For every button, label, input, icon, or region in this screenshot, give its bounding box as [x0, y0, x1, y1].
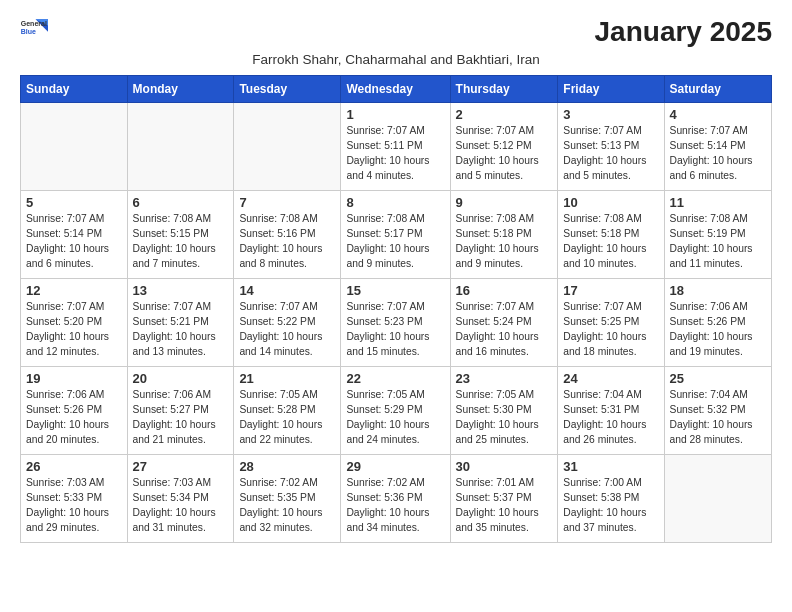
svg-text:Blue: Blue: [21, 28, 36, 35]
day-number: 3: [563, 107, 658, 122]
cell-w2-d5: 10Sunrise: 7:08 AM Sunset: 5:18 PM Dayli…: [558, 191, 664, 279]
cell-w3-d5: 17Sunrise: 7:07 AM Sunset: 5:25 PM Dayli…: [558, 279, 664, 367]
day-number: 23: [456, 371, 553, 386]
day-info: Sunrise: 7:07 AM Sunset: 5:13 PM Dayligh…: [563, 124, 658, 184]
day-info: Sunrise: 7:01 AM Sunset: 5:37 PM Dayligh…: [456, 476, 553, 536]
day-info: Sunrise: 7:08 AM Sunset: 5:15 PM Dayligh…: [133, 212, 229, 272]
day-info: Sunrise: 7:08 AM Sunset: 5:17 PM Dayligh…: [346, 212, 444, 272]
day-number: 7: [239, 195, 335, 210]
cell-w4-d6: 25Sunrise: 7:04 AM Sunset: 5:32 PM Dayli…: [664, 367, 771, 455]
cell-w2-d0: 5Sunrise: 7:07 AM Sunset: 5:14 PM Daylig…: [21, 191, 128, 279]
month-title: January 2025: [595, 16, 772, 48]
cell-w1-d3: 1Sunrise: 7:07 AM Sunset: 5:11 PM Daylig…: [341, 103, 450, 191]
day-number: 31: [563, 459, 658, 474]
day-info: Sunrise: 7:06 AM Sunset: 5:27 PM Dayligh…: [133, 388, 229, 448]
cell-w3-d6: 18Sunrise: 7:06 AM Sunset: 5:26 PM Dayli…: [664, 279, 771, 367]
cell-w4-d2: 21Sunrise: 7:05 AM Sunset: 5:28 PM Dayli…: [234, 367, 341, 455]
cell-w3-d1: 13Sunrise: 7:07 AM Sunset: 5:21 PM Dayli…: [127, 279, 234, 367]
day-number: 16: [456, 283, 553, 298]
day-info: Sunrise: 7:04 AM Sunset: 5:32 PM Dayligh…: [670, 388, 766, 448]
cell-w1-d5: 3Sunrise: 7:07 AM Sunset: 5:13 PM Daylig…: [558, 103, 664, 191]
col-friday: Friday: [558, 76, 664, 103]
day-info: Sunrise: 7:07 AM Sunset: 5:11 PM Dayligh…: [346, 124, 444, 184]
cell-w4-d3: 22Sunrise: 7:05 AM Sunset: 5:29 PM Dayli…: [341, 367, 450, 455]
day-info: Sunrise: 7:08 AM Sunset: 5:16 PM Dayligh…: [239, 212, 335, 272]
cell-w3-d3: 15Sunrise: 7:07 AM Sunset: 5:23 PM Dayli…: [341, 279, 450, 367]
day-info: Sunrise: 7:08 AM Sunset: 5:18 PM Dayligh…: [456, 212, 553, 272]
cell-w5-d4: 30Sunrise: 7:01 AM Sunset: 5:37 PM Dayli…: [450, 455, 558, 543]
logo-icon: General Blue: [20, 16, 48, 38]
cell-w2-d2: 7Sunrise: 7:08 AM Sunset: 5:16 PM Daylig…: [234, 191, 341, 279]
day-info: Sunrise: 7:04 AM Sunset: 5:31 PM Dayligh…: [563, 388, 658, 448]
day-number: 10: [563, 195, 658, 210]
day-info: Sunrise: 7:03 AM Sunset: 5:34 PM Dayligh…: [133, 476, 229, 536]
cell-w5-d0: 26Sunrise: 7:03 AM Sunset: 5:33 PM Dayli…: [21, 455, 128, 543]
day-info: Sunrise: 7:02 AM Sunset: 5:36 PM Dayligh…: [346, 476, 444, 536]
cell-w1-d1: [127, 103, 234, 191]
day-info: Sunrise: 7:07 AM Sunset: 5:20 PM Dayligh…: [26, 300, 122, 360]
day-number: 30: [456, 459, 553, 474]
day-number: 21: [239, 371, 335, 386]
day-number: 1: [346, 107, 444, 122]
day-info: Sunrise: 7:07 AM Sunset: 5:22 PM Dayligh…: [239, 300, 335, 360]
col-sunday: Sunday: [21, 76, 128, 103]
day-number: 22: [346, 371, 444, 386]
day-number: 8: [346, 195, 444, 210]
day-info: Sunrise: 7:08 AM Sunset: 5:19 PM Dayligh…: [670, 212, 766, 272]
cell-w5-d6: [664, 455, 771, 543]
day-info: Sunrise: 7:07 AM Sunset: 5:23 PM Dayligh…: [346, 300, 444, 360]
col-thursday: Thursday: [450, 76, 558, 103]
cell-w4-d0: 19Sunrise: 7:06 AM Sunset: 5:26 PM Dayli…: [21, 367, 128, 455]
day-info: Sunrise: 7:07 AM Sunset: 5:21 PM Dayligh…: [133, 300, 229, 360]
day-info: Sunrise: 7:05 AM Sunset: 5:29 PM Dayligh…: [346, 388, 444, 448]
day-info: Sunrise: 7:06 AM Sunset: 5:26 PM Dayligh…: [670, 300, 766, 360]
day-number: 12: [26, 283, 122, 298]
header: General Blue January 2025: [20, 16, 772, 48]
calendar-table: Sunday Monday Tuesday Wednesday Thursday…: [20, 75, 772, 543]
week-row-5: 26Sunrise: 7:03 AM Sunset: 5:33 PM Dayli…: [21, 455, 772, 543]
day-info: Sunrise: 7:07 AM Sunset: 5:12 PM Dayligh…: [456, 124, 553, 184]
day-header-row: Sunday Monday Tuesday Wednesday Thursday…: [21, 76, 772, 103]
day-info: Sunrise: 7:05 AM Sunset: 5:30 PM Dayligh…: [456, 388, 553, 448]
day-number: 25: [670, 371, 766, 386]
logo: General Blue: [20, 16, 50, 38]
day-number: 4: [670, 107, 766, 122]
day-number: 26: [26, 459, 122, 474]
cell-w4-d1: 20Sunrise: 7:06 AM Sunset: 5:27 PM Dayli…: [127, 367, 234, 455]
day-info: Sunrise: 7:06 AM Sunset: 5:26 PM Dayligh…: [26, 388, 122, 448]
day-number: 24: [563, 371, 658, 386]
week-row-2: 5Sunrise: 7:07 AM Sunset: 5:14 PM Daylig…: [21, 191, 772, 279]
page: General Blue January 2025 Farrokh Shahr,…: [0, 0, 792, 559]
day-info: Sunrise: 7:07 AM Sunset: 5:14 PM Dayligh…: [26, 212, 122, 272]
week-row-3: 12Sunrise: 7:07 AM Sunset: 5:20 PM Dayli…: [21, 279, 772, 367]
day-number: 11: [670, 195, 766, 210]
cell-w4-d5: 24Sunrise: 7:04 AM Sunset: 5:31 PM Dayli…: [558, 367, 664, 455]
day-info: Sunrise: 7:07 AM Sunset: 5:24 PM Dayligh…: [456, 300, 553, 360]
day-number: 17: [563, 283, 658, 298]
week-row-4: 19Sunrise: 7:06 AM Sunset: 5:26 PM Dayli…: [21, 367, 772, 455]
day-number: 9: [456, 195, 553, 210]
day-info: Sunrise: 7:02 AM Sunset: 5:35 PM Dayligh…: [239, 476, 335, 536]
cell-w2-d1: 6Sunrise: 7:08 AM Sunset: 5:15 PM Daylig…: [127, 191, 234, 279]
cell-w4-d4: 23Sunrise: 7:05 AM Sunset: 5:30 PM Dayli…: [450, 367, 558, 455]
day-number: 6: [133, 195, 229, 210]
col-wednesday: Wednesday: [341, 76, 450, 103]
week-row-1: 1Sunrise: 7:07 AM Sunset: 5:11 PM Daylig…: [21, 103, 772, 191]
day-info: Sunrise: 7:00 AM Sunset: 5:38 PM Dayligh…: [563, 476, 658, 536]
day-number: 29: [346, 459, 444, 474]
col-monday: Monday: [127, 76, 234, 103]
subtitle: Farrokh Shahr, Chaharmahal and Bakhtiari…: [20, 52, 772, 67]
cell-w5-d1: 27Sunrise: 7:03 AM Sunset: 5:34 PM Dayli…: [127, 455, 234, 543]
cell-w3-d2: 14Sunrise: 7:07 AM Sunset: 5:22 PM Dayli…: [234, 279, 341, 367]
cell-w1-d0: [21, 103, 128, 191]
day-number: 27: [133, 459, 229, 474]
cell-w2-d3: 8Sunrise: 7:08 AM Sunset: 5:17 PM Daylig…: [341, 191, 450, 279]
cell-w1-d2: [234, 103, 341, 191]
day-info: Sunrise: 7:05 AM Sunset: 5:28 PM Dayligh…: [239, 388, 335, 448]
day-number: 19: [26, 371, 122, 386]
cell-w1-d6: 4Sunrise: 7:07 AM Sunset: 5:14 PM Daylig…: [664, 103, 771, 191]
cell-w5-d3: 29Sunrise: 7:02 AM Sunset: 5:36 PM Dayli…: [341, 455, 450, 543]
cell-w3-d0: 12Sunrise: 7:07 AM Sunset: 5:20 PM Dayli…: [21, 279, 128, 367]
col-saturday: Saturday: [664, 76, 771, 103]
svg-text:General: General: [21, 20, 47, 27]
